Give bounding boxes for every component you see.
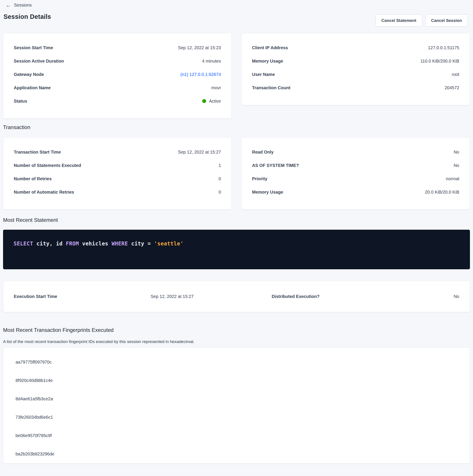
retries-value: 0 [219, 176, 221, 181]
session-summary-section: Session Start Time Sep 12, 2022 at 15:23… [3, 33, 470, 119]
memory-usage-label: Memory Usage [252, 59, 283, 64]
table-row: Memory Usage 20.0 KiB/20.0 KiB [252, 186, 459, 199]
table-row: Number of Automatic Retries 0 [14, 186, 221, 199]
transaction-card-right: Read Only No AS OF SYSTEM TIME? No Prior… [241, 137, 470, 210]
table-row: Transaction Count 204572 [252, 81, 459, 95]
application-name-label: Application Name [14, 85, 51, 90]
application-name-value: movr [211, 85, 221, 90]
txn-memory-usage-value: 20.0 KiB/20.0 KiB [425, 190, 459, 195]
execution-details-card: Execution Start Time Sep 12, 2022 at 15:… [3, 281, 470, 312]
session-active-duration-label: Session Active Duration [14, 59, 64, 64]
client-ip-label: Client IP Address [252, 45, 288, 50]
table-row: Transaction Start Time Sep 12, 2022 at 1… [14, 145, 221, 159]
as-of-system-time-label: AS OF SYSTEM TIME? [252, 163, 299, 168]
session-summary-card-left: Session Start Time Sep 12, 2022 at 15:23… [3, 33, 232, 119]
sql-statement-box: SELECT city, id FROM vehicles WHERE city… [3, 230, 470, 269]
transaction-section-heading: Transaction [3, 124, 473, 130]
table-row: User Name root [252, 68, 459, 81]
automatic-retries-value: 0 [219, 190, 221, 195]
sql-text: vehicles [79, 241, 112, 247]
fingerprints-card: aa79775ff097970c 8f920c40d88b1c4e 8d4ae6… [3, 348, 470, 463]
table-row: Number of Retries 0 [14, 172, 221, 186]
execution-start-time-value: Sep 12, 2022 at 15:27 [151, 294, 272, 299]
table-row: Application Name movr [14, 81, 221, 95]
fingerprint-id: aa79775ff097970c [16, 360, 51, 365]
list-item: 8d4ae61a5fb3ce2a [3, 390, 470, 408]
sql-keyword: SELECT [14, 241, 33, 247]
fingerprint-id: 73fe26034bd6e6c1 [16, 415, 53, 420]
transaction-start-time-label: Transaction Start Time [14, 150, 61, 155]
statements-executed-label: Number of Statements Executed [14, 163, 81, 168]
transaction-count-label: Transaction Count [252, 85, 291, 90]
list-item: 73fe26034bd6e6c1 [3, 408, 470, 426]
txn-memory-usage-label: Memory Usage [252, 190, 283, 195]
breadcrumb-back-link[interactable]: ← Sessions [6, 3, 32, 8]
table-row: Session Active Duration 4 minutes [14, 54, 221, 68]
session-summary-card-right: Client IP Address 127.0.0.1:51175 Memory… [241, 33, 470, 105]
transaction-count-value: 204572 [445, 85, 459, 90]
user-name-label: User Name [252, 72, 275, 77]
session-start-time-label: Session Start Time [14, 45, 53, 50]
table-row: Session Start Time Sep 12, 2022 at 15:23 [14, 41, 221, 54]
execution-start-time-label: Execution Start Time [14, 294, 151, 299]
memory-usage-value: 110.0 KiB/200.0 KiB [420, 59, 459, 64]
distributed-execution-label: Distributed Execution? [272, 294, 320, 299]
table-row: Number of Statements Executed 1 [14, 159, 221, 172]
list-item: 8f920c40d88b1c4e [3, 372, 470, 390]
table-row: AS OF SYSTEM TIME? No [252, 159, 459, 172]
retries-label: Number of Retries [14, 176, 51, 181]
list-item: ba2b203b823296de [3, 445, 470, 463]
sql-keyword: WHERE [112, 241, 128, 247]
sql-text: city = [128, 241, 154, 247]
list-item: aa79775ff097970c [3, 353, 470, 372]
status-badge: Active [209, 99, 221, 104]
transaction-card-left: Transaction Start Time Sep 12, 2022 at 1… [3, 137, 232, 210]
fingerprint-id: ba2b203b823296de [16, 452, 54, 457]
session-active-duration-value: 4 minutes [202, 59, 221, 64]
page-title: Session Details [3, 13, 51, 20]
status-label: Status [14, 99, 27, 104]
back-arrow-icon: ← [6, 3, 11, 8]
page-header: Session Details Cancel Statement Cancel … [3, 13, 468, 26]
session-start-time-value: Sep 12, 2022 at 15:23 [178, 45, 221, 50]
as-of-system-time-value: No [454, 163, 459, 168]
fingerprints-description: A list of the most recent transaction fi… [3, 339, 473, 344]
fingerprints-section-heading: Most Recent Transaction Fingerprints Exe… [3, 327, 473, 333]
table-row: Gateway Node (n1) 127.0.0.1:62674 [14, 68, 221, 81]
table-row: Client IP Address 127.0.0.1:51175 [252, 41, 459, 54]
sql-string-literal: 'seattle' [154, 241, 184, 247]
status-active-dot [202, 99, 206, 103]
fingerprint-id: be06e9570f785c9f [16, 433, 52, 438]
transaction-start-time-value: Sep 12, 2022 at 15:27 [178, 150, 221, 155]
fingerprint-id: 8f920c40d88b1c4e [16, 378, 53, 383]
priority-label: Priority [252, 176, 267, 181]
priority-value: normal [446, 176, 459, 181]
sql-keyword: FROM [66, 241, 79, 247]
gateway-node-label: Gateway Node [14, 72, 44, 77]
list-item: be06e9570f785c9f [3, 426, 470, 445]
header-actions: Cancel Statement Cancel Session [375, 15, 468, 26]
table-row: Memory Usage 110.0 KiB/200.0 KiB [252, 54, 459, 68]
read-only-label: Read Only [252, 150, 274, 155]
table-row: Read Only No [252, 145, 459, 159]
cancel-session-button[interactable]: Cancel Session [425, 15, 468, 26]
fingerprint-id: 8d4ae61a5fb3ce2a [16, 396, 53, 401]
client-ip-value: 127.0.0.1:51175 [428, 45, 459, 50]
table-row: Priority normal [252, 172, 459, 186]
cancel-statement-button[interactable]: Cancel Statement [375, 15, 422, 26]
read-only-value: No [454, 150, 459, 155]
statement-section-heading: Most Recent Statement [3, 217, 473, 223]
distributed-execution-value: No [320, 294, 459, 299]
sql-text: city, id [33, 241, 66, 247]
transaction-section: Transaction Start Time Sep 12, 2022 at 1… [3, 137, 470, 210]
breadcrumb-label: Sessions [14, 3, 32, 8]
table-row: Status Active [14, 95, 221, 108]
user-name-value: root [452, 72, 459, 77]
automatic-retries-label: Number of Automatic Retries [14, 190, 74, 195]
statements-executed-value: 1 [219, 163, 221, 168]
gateway-node-link[interactable]: (n1) 127.0.0.1:62674 [180, 72, 221, 77]
